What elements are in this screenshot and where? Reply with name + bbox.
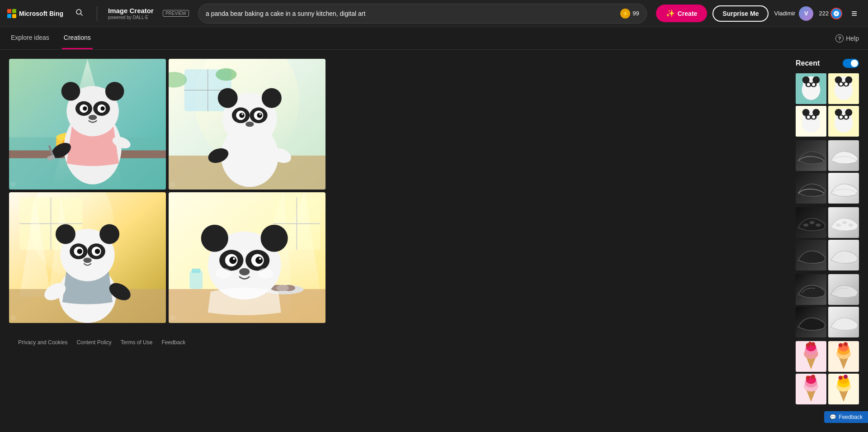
svg-point-100 [233,258,235,260]
svg-point-113 [812,83,815,86]
svg-point-30 [216,68,236,81]
recent-thumb-1[interactable] [796,73,826,104]
svg-point-0 [76,9,81,14]
svg-point-88 [276,285,289,291]
bing-logo[interactable]: Microsoft Bing [7,9,63,18]
recent-thumb-14[interactable] [828,274,859,305]
generated-image-4[interactable]: ⓘ [169,192,326,323]
user-name: Vladimir [774,10,795,17]
generated-image-2[interactable]: ⓘ [169,59,326,190]
recent-thumb-12[interactable] [828,240,859,271]
recent-group-5 [796,341,859,404]
watermark-4: ⓘ [170,315,175,321]
toggle-knob [851,60,858,67]
svg-point-50 [245,122,254,127]
privacy-link[interactable]: Privacy and Cookies [18,339,67,346]
recent-thumb-5[interactable] [796,140,826,171]
svg-point-152 [811,342,815,346]
svg-point-146 [848,223,853,227]
recent-thumb-6[interactable] [828,140,859,171]
help-icon: ? [835,34,844,43]
content-area: ⓘ [9,59,787,408]
recent-thumb-4[interactable] [828,106,859,137]
recent-thumb-9[interactable] [796,207,826,238]
svg-point-68 [99,224,119,244]
recent-thumb-3[interactable] [796,106,826,137]
recent-thumb-15[interactable] [796,307,826,337]
recent-toggle[interactable] [843,59,859,68]
generated-image-3[interactable]: ⓘ [9,192,166,323]
svg-point-73 [77,249,82,254]
image-creator-branding: Image Creator powered by DALL·E [108,7,154,20]
image-creator-sub: powered by DALL·E [108,15,154,20]
feedback-icon: 💬 [830,414,836,420]
svg-point-11 [61,82,80,101]
create-button-icon: ✨ [666,9,675,18]
feedback-label: Feedback [839,414,863,420]
watermark-1: ⓘ [11,181,15,188]
svg-point-99 [255,256,263,264]
feedback-button[interactable]: 💬 Feedback [824,411,868,423]
recent-thumb-7[interactable] [796,173,826,204]
header-search-button[interactable] [72,5,86,21]
svg-point-141 [803,223,808,227]
recent-thumb-11[interactable] [796,240,826,271]
footer: Privacy and Cookies Content Policy Terms… [9,332,787,353]
help-link[interactable]: ? Help [835,34,859,43]
recent-thumb-16[interactable] [828,307,859,337]
tab-explore-ideas[interactable]: Explore ideas [9,27,51,49]
create-button-label: Create [678,10,698,17]
svg-point-48 [241,114,243,115]
tab-creations[interactable]: Creations [62,27,93,49]
recent-thumb-2[interactable] [828,73,859,104]
image-creator-title: Image Creator [108,7,154,15]
recent-thumb-10[interactable] [828,207,859,238]
svg-point-165 [811,375,815,379]
svg-point-159 [844,342,848,346]
svg-line-1 [81,14,83,16]
menu-button[interactable]: ≡ [848,6,861,21]
svg-point-102 [239,268,250,275]
svg-rect-89 [189,271,203,289]
watermark-3: ⓘ [11,315,15,321]
recent-thumb-8[interactable] [828,173,859,204]
search-input[interactable] [206,10,620,17]
svg-point-112 [807,83,810,86]
surprise-button-label: Surprise Me [722,10,759,17]
svg-point-49 [259,114,261,115]
svg-point-74 [95,249,100,254]
recent-group-3 [796,207,859,271]
header-right: ✨ Create Surprise Me Vladimir V 222 ≡ [656,5,861,22]
svg-point-103 [216,268,231,279]
generated-image-1[interactable]: ⓘ [9,59,166,190]
svg-point-101 [259,258,261,260]
svg-point-92 [201,225,228,252]
create-button[interactable]: ✨ Create [656,5,708,22]
terms-link[interactable]: Terms of Use [121,339,153,346]
recent-thumb-13[interactable] [796,274,826,305]
recent-thumb-19[interactable] [796,374,826,404]
svg-point-41 [262,88,282,108]
recent-thumb-17[interactable] [796,341,826,372]
boost-button[interactable]: ⚡ 99 [620,9,639,19]
svg-point-139 [840,116,843,119]
recent-header: Recent [796,59,859,68]
svg-point-67 [56,224,75,244]
recent-group-4 [796,274,859,337]
svg-point-158 [839,343,843,347]
search-bar: ⚡ 99 [198,4,647,24]
recent-thumb-18[interactable] [828,341,859,372]
feedback-link[interactable]: Feedback [161,339,185,346]
ms-logo-icon [7,9,16,18]
svg-point-145 [842,221,847,224]
user-area[interactable]: Vladimir V [774,6,813,21]
recent-thumb-20[interactable] [828,374,859,404]
svg-point-131 [812,116,815,119]
nav-tabs: Explore ideas Creations ? Help [0,27,868,50]
svg-point-140 [844,116,848,119]
reward-badge[interactable]: 222 [819,8,842,19]
svg-point-143 [816,223,821,227]
content-policy-link[interactable]: Content Policy [76,339,111,346]
svg-point-142 [810,221,815,224]
surprise-button[interactable]: Surprise Me [712,5,769,22]
